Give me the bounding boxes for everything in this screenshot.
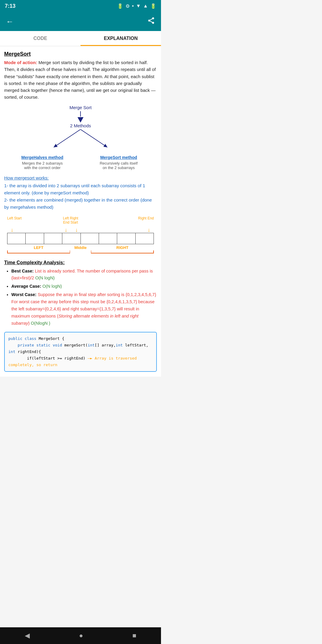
bracket-sep: [70, 250, 91, 253]
diagram-arrow-1: [78, 117, 83, 123]
content-area: MergeSort Mode of action: Merge sort sta…: [0, 46, 161, 377]
how-title: How mergesort works:: [4, 175, 157, 180]
code-line-2: private static void mergeSort(int[] arra…: [8, 342, 153, 355]
arrow-left-end: ↓: [65, 227, 67, 233]
svg-line-4: [150, 19, 152, 20]
diagram-branches: MergeHalves method Merges the 2 subarray…: [4, 155, 157, 170]
bracket-right: [91, 250, 154, 253]
worst-case-label: Worst Case:: [11, 292, 38, 297]
section-left: LEFT: [7, 245, 70, 250]
how-text-1: 1- the array is divided into 2 subarrays…: [4, 182, 157, 196]
description-text: Mode of action: Merge sort starts by div…: [4, 59, 157, 101]
worst-case-item: Worst Case: Suppose the array in final s…: [11, 291, 157, 327]
best-case-green: O(N logN): [35, 275, 55, 280]
svg-line-6: [80, 129, 107, 147]
section-right: RIGHT: [91, 245, 154, 250]
cell-3: [62, 233, 80, 244]
cell-5: [99, 233, 117, 244]
left-branch: MergeHalves method Merges the 2 subarray…: [8, 155, 77, 170]
battery-icon: 🔋: [150, 3, 156, 9]
best-case-label: Best Case:: [11, 269, 35, 273]
cell-7: [136, 233, 154, 244]
array-sections: LEFT Middle RIGHT: [7, 245, 154, 250]
diagram-branch-lines: [4, 129, 157, 153]
svg-line-3: [150, 21, 152, 22]
cell-6: [117, 233, 135, 244]
wifi-icon: ▼: [136, 3, 141, 9]
back-button[interactable]: ←: [6, 17, 14, 26]
arrow-right-start: ↓: [75, 227, 78, 233]
how-section: How mergesort works: 1- the array is div…: [4, 175, 157, 211]
cell-0: [7, 233, 26, 244]
svg-point-1: [148, 19, 150, 21]
status-time: 7:13: [5, 3, 16, 9]
merge-sort-desc: Recursively calls itselfon the 2 subarra…: [100, 161, 137, 170]
svg-point-0: [152, 17, 154, 19]
code-snippet: public class MergeSort { private static …: [4, 332, 157, 372]
cell-4: [81, 233, 99, 244]
arrow-left-start: ↓: [11, 227, 13, 233]
battery-alert-icon: 🔋: [117, 3, 123, 9]
how-text-2: 2- the elements are combined (merged) to…: [4, 196, 157, 211]
diagram-line-1: [80, 111, 81, 117]
svg-line-5: [54, 129, 80, 147]
label-left-right-end-start: Left Right End Start: [63, 216, 78, 225]
merge-sort-diagram: Merge Sort 2 Methods MergeHalves method …: [4, 105, 157, 170]
arrow-right-end: ↓: [148, 227, 150, 233]
bracket-row: [7, 250, 154, 255]
tab-explanation[interactable]: EXPLANATION: [80, 31, 161, 46]
section-title: MergeSort: [4, 51, 157, 57]
best-case-item: Best Case: List is already sorted. The n…: [11, 268, 157, 282]
share-button[interactable]: [147, 17, 155, 27]
merge-sort-link[interactable]: MergeSort method: [100, 155, 137, 160]
right-branch: MergeSort method Recursively calls itsel…: [84, 155, 153, 170]
diagram-root: Merge Sort: [69, 105, 92, 110]
worst-case-close: ): [28, 321, 30, 326]
status-icons: 🔋 ⚙ ▪ ▼ ▲ 🔋: [117, 3, 156, 9]
sd-card-icon: ▪: [132, 3, 134, 9]
cell-2: [44, 233, 62, 244]
time-title: Time Complexity Analysis:: [4, 260, 157, 265]
section-middle: Middle: [70, 245, 91, 250]
code-line-1: public class MergeSort {: [8, 335, 153, 342]
svg-point-2: [152, 22, 154, 24]
label-right-end: Right End: [138, 216, 154, 220]
merge-halves-desc: Merges the 2 subarrayswith the correct o…: [22, 161, 63, 170]
bracket-left: [7, 250, 70, 253]
tab-code[interactable]: CODE: [0, 31, 80, 46]
status-bar: 7:13 🔋 ⚙ ▪ ▼ ▲ 🔋: [0, 0, 161, 12]
array-diagram: Left Start Left Right End Start Right En…: [4, 216, 157, 255]
toolbar: ←: [0, 12, 161, 31]
time-complexity-section: Time Complexity Analysis: Best Case: Lis…: [4, 260, 157, 327]
settings-icon: ⚙: [126, 3, 130, 9]
tabs: CODE EXPLANATION: [0, 31, 161, 46]
cell-1: [26, 233, 44, 244]
signal-icon: ▲: [143, 3, 148, 9]
array-cells: [7, 233, 154, 244]
mode-label: Mode of action:: [4, 60, 37, 65]
code-line-3: if(leftStart >= rightEnd) —► Array is tr…: [8, 355, 153, 368]
worst-case-green: O(NlogN ): [31, 321, 50, 326]
merge-halves-link[interactable]: MergeHalves method: [21, 155, 64, 160]
diagram-mid: 2 Methods: [70, 123, 91, 128]
avg-case-green: O(N logN): [42, 284, 62, 289]
avg-case-item: Average Case: O(N logN): [11, 283, 157, 290]
avg-case-label: Average Case:: [11, 284, 42, 289]
label-left-start: Left Start: [7, 216, 22, 220]
complexity-list: Best Case: List is already sorted. The n…: [4, 268, 157, 327]
